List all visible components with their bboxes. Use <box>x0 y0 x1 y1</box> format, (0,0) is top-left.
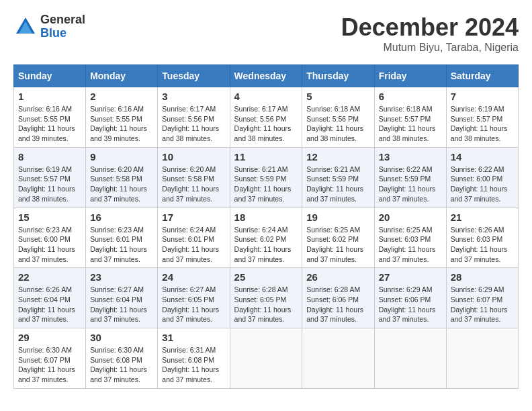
calendar-week-4: 22Sunrise: 6:26 AMSunset: 6:04 PMDayligh… <box>14 268 519 328</box>
calendar-cell: 13Sunrise: 6:22 AMSunset: 5:59 PMDayligh… <box>374 147 446 208</box>
calendar-cell <box>446 328 518 389</box>
day-info: Sunrise: 6:29 AMSunset: 6:06 PMDaylight:… <box>379 285 442 324</box>
title-block: December 2024 Mutum Biyu, Taraba, Nigeri… <box>341 13 519 54</box>
day-info: Sunrise: 6:30 AMSunset: 6:07 PMDaylight:… <box>18 345 81 385</box>
day-number: 31 <box>162 332 225 343</box>
day-number: 18 <box>234 212 298 223</box>
day-number: 14 <box>451 151 514 163</box>
calendar-cell: 30Sunrise: 6:30 AMSunset: 6:08 PMDayligh… <box>86 328 158 389</box>
day-info: Sunrise: 6:16 AMSunset: 5:55 PMDaylight:… <box>18 104 81 144</box>
logo-general: General <box>40 13 85 27</box>
day-info: Sunrise: 6:25 AMSunset: 6:02 PMDaylight:… <box>306 225 369 265</box>
day-number: 25 <box>234 271 298 283</box>
calendar-cell: 4Sunrise: 6:17 AMSunset: 5:56 PMDaylight… <box>230 87 302 148</box>
day-number: 15 <box>18 212 81 223</box>
day-info: Sunrise: 6:24 AMSunset: 6:01 PMDaylight:… <box>162 225 225 265</box>
logo-blue: Blue <box>40 27 85 40</box>
calendar-cell: 22Sunrise: 6:26 AMSunset: 6:04 PMDayligh… <box>14 268 86 328</box>
calendar-header-row: SundayMondayTuesdayWednesdayThursdayFrid… <box>14 65 519 87</box>
day-number: 19 <box>306 212 369 223</box>
calendar-cell <box>374 328 446 389</box>
calendar-cell: 7Sunrise: 6:19 AMSunset: 5:57 PMDaylight… <box>446 87 518 148</box>
day-header-wednesday: Wednesday <box>230 65 302 87</box>
day-number: 27 <box>379 271 442 283</box>
day-number: 9 <box>90 151 153 163</box>
day-info: Sunrise: 6:23 AMSunset: 6:00 PMDaylight:… <box>18 225 81 265</box>
day-info: Sunrise: 6:26 AMSunset: 6:03 PMDaylight:… <box>451 225 514 265</box>
day-info: Sunrise: 6:28 AMSunset: 6:05 PMDaylight:… <box>234 285 298 324</box>
day-number: 21 <box>451 212 514 223</box>
day-number: 4 <box>234 91 298 102</box>
calendar-cell: 5Sunrise: 6:18 AMSunset: 5:56 PMDaylight… <box>302 87 374 148</box>
calendar-week-2: 8Sunrise: 6:19 AMSunset: 5:57 PMDaylight… <box>14 147 519 208</box>
calendar-cell: 9Sunrise: 6:20 AMSunset: 5:58 PMDaylight… <box>86 147 158 208</box>
day-info: Sunrise: 6:23 AMSunset: 6:01 PMDaylight:… <box>90 225 153 265</box>
day-info: Sunrise: 6:27 AMSunset: 6:04 PMDaylight:… <box>90 285 153 324</box>
day-info: Sunrise: 6:20 AMSunset: 5:58 PMDaylight:… <box>90 165 153 204</box>
day-number: 3 <box>162 91 225 102</box>
calendar-week-3: 15Sunrise: 6:23 AMSunset: 6:00 PMDayligh… <box>14 208 519 268</box>
day-info: Sunrise: 6:20 AMSunset: 5:58 PMDaylight:… <box>162 165 225 204</box>
day-number: 5 <box>306 91 369 102</box>
calendar-cell: 27Sunrise: 6:29 AMSunset: 6:06 PMDayligh… <box>374 268 446 328</box>
day-header-monday: Monday <box>86 65 158 87</box>
calendar-cell: 20Sunrise: 6:25 AMSunset: 6:03 PMDayligh… <box>374 208 446 268</box>
calendar-cell: 2Sunrise: 6:16 AMSunset: 5:55 PMDaylight… <box>86 87 158 148</box>
calendar-cell: 6Sunrise: 6:18 AMSunset: 5:57 PMDaylight… <box>374 87 446 148</box>
day-info: Sunrise: 6:27 AMSunset: 6:05 PMDaylight:… <box>162 285 225 324</box>
calendar-cell: 14Sunrise: 6:22 AMSunset: 6:00 PMDayligh… <box>446 147 518 208</box>
day-number: 30 <box>90 332 153 343</box>
day-number: 20 <box>379 212 442 223</box>
calendar-cell: 25Sunrise: 6:28 AMSunset: 6:05 PMDayligh… <box>230 268 302 328</box>
day-number: 28 <box>451 271 514 283</box>
calendar-cell: 3Sunrise: 6:17 AMSunset: 5:56 PMDaylight… <box>158 87 230 148</box>
day-info: Sunrise: 6:25 AMSunset: 6:03 PMDaylight:… <box>379 225 442 265</box>
day-info: Sunrise: 6:18 AMSunset: 5:56 PMDaylight:… <box>306 104 369 144</box>
day-info: Sunrise: 6:17 AMSunset: 5:56 PMDaylight:… <box>162 104 225 144</box>
day-number: 2 <box>90 91 153 102</box>
day-info: Sunrise: 6:16 AMSunset: 5:55 PMDaylight:… <box>90 104 153 144</box>
calendar-cell: 16Sunrise: 6:23 AMSunset: 6:01 PMDayligh… <box>86 208 158 268</box>
logo-text: General Blue <box>40 13 85 40</box>
calendar-cell: 10Sunrise: 6:20 AMSunset: 5:58 PMDayligh… <box>158 147 230 208</box>
day-info: Sunrise: 6:17 AMSunset: 5:56 PMDaylight:… <box>234 104 298 144</box>
day-header-tuesday: Tuesday <box>158 65 230 87</box>
day-info: Sunrise: 6:29 AMSunset: 6:07 PMDaylight:… <box>451 285 514 324</box>
day-header-thursday: Thursday <box>302 65 374 87</box>
day-header-friday: Friday <box>374 65 446 87</box>
day-number: 26 <box>306 271 369 283</box>
calendar-cell: 15Sunrise: 6:23 AMSunset: 6:00 PMDayligh… <box>14 208 86 268</box>
calendar-cell <box>230 328 302 389</box>
calendar-cell: 28Sunrise: 6:29 AMSunset: 6:07 PMDayligh… <box>446 268 518 328</box>
day-header-saturday: Saturday <box>446 65 518 87</box>
calendar-cell: 17Sunrise: 6:24 AMSunset: 6:01 PMDayligh… <box>158 208 230 268</box>
location: Mutum Biyu, Taraba, Nigeria <box>341 42 519 54</box>
calendar-cell: 21Sunrise: 6:26 AMSunset: 6:03 PMDayligh… <box>446 208 518 268</box>
calendar-cell: 11Sunrise: 6:21 AMSunset: 5:59 PMDayligh… <box>230 147 302 208</box>
day-number: 13 <box>379 151 442 163</box>
calendar-table: SundayMondayTuesdayWednesdayThursdayFrid… <box>13 64 519 389</box>
day-info: Sunrise: 6:22 AMSunset: 6:00 PMDaylight:… <box>451 165 514 204</box>
day-number: 6 <box>379 91 442 102</box>
calendar-cell: 23Sunrise: 6:27 AMSunset: 6:04 PMDayligh… <box>86 268 158 328</box>
day-number: 16 <box>90 212 153 223</box>
day-info: Sunrise: 6:26 AMSunset: 6:04 PMDaylight:… <box>18 285 81 324</box>
day-info: Sunrise: 6:31 AMSunset: 6:08 PMDaylight:… <box>162 345 225 385</box>
logo-icon <box>13 15 38 39</box>
day-number: 12 <box>306 151 369 163</box>
page-header: General Blue December 2024 Mutum Biyu, T… <box>13 13 519 54</box>
day-number: 1 <box>18 91 81 102</box>
day-info: Sunrise: 6:28 AMSunset: 6:06 PMDaylight:… <box>306 285 369 324</box>
calendar-cell: 12Sunrise: 6:21 AMSunset: 5:59 PMDayligh… <box>302 147 374 208</box>
calendar-cell: 18Sunrise: 6:24 AMSunset: 6:02 PMDayligh… <box>230 208 302 268</box>
calendar-cell: 24Sunrise: 6:27 AMSunset: 6:05 PMDayligh… <box>158 268 230 328</box>
day-info: Sunrise: 6:21 AMSunset: 5:59 PMDaylight:… <box>234 165 298 204</box>
day-info: Sunrise: 6:19 AMSunset: 5:57 PMDaylight:… <box>18 165 81 204</box>
day-number: 17 <box>162 212 225 223</box>
day-info: Sunrise: 6:24 AMSunset: 6:02 PMDaylight:… <box>234 225 298 265</box>
day-info: Sunrise: 6:30 AMSunset: 6:08 PMDaylight:… <box>90 345 153 385</box>
calendar-week-5: 29Sunrise: 6:30 AMSunset: 6:07 PMDayligh… <box>14 328 519 389</box>
day-info: Sunrise: 6:21 AMSunset: 5:59 PMDaylight:… <box>306 165 369 204</box>
day-number: 7 <box>451 91 514 102</box>
day-header-sunday: Sunday <box>14 65 86 87</box>
